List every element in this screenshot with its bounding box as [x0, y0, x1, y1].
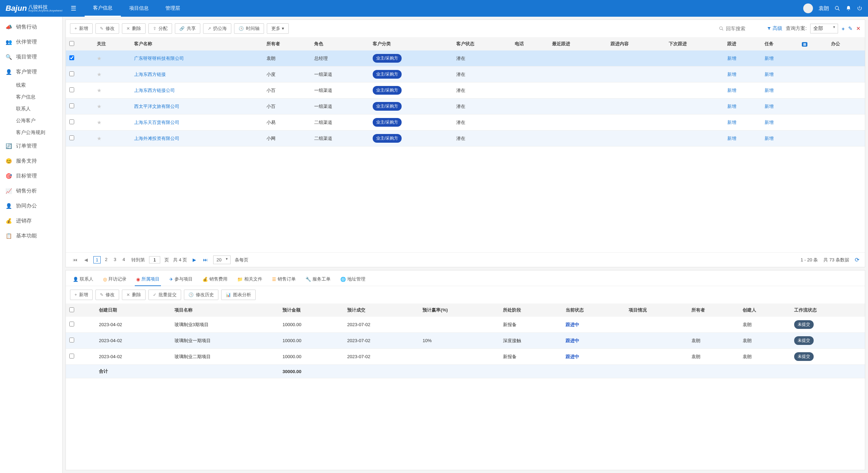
task-link[interactable]: 新增 [765, 88, 774, 93]
column-header[interactable]: 预计成交 [344, 303, 419, 317]
star-icon[interactable]: ★ [97, 135, 101, 141]
column-header[interactable]: 客户名称 [131, 37, 263, 50]
column-header[interactable]: 预计金额 [279, 303, 344, 317]
column-header[interactable]: 客户分类 [369, 37, 453, 50]
column-header[interactable]: 所处阶段 [499, 303, 562, 317]
sidebar-sub-item[interactable]: 客户公海规则 [0, 127, 62, 139]
sidebar-item[interactable]: 📋基本功能 [0, 228, 62, 243]
column-header[interactable]: 创建日期 [95, 303, 171, 317]
follow-link[interactable]: 新增 [727, 56, 736, 61]
toolbar-button[interactable]: 🕓时间轴 [234, 23, 264, 34]
column-header[interactable]: 办公 [828, 37, 865, 50]
column-header[interactable]: 所有者 [263, 37, 311, 50]
customer-name-link[interactable]: 上海东西方链接 [134, 72, 166, 77]
toolbar-button[interactable]: 📊图表分析 [221, 290, 256, 300]
column-header[interactable]: 最近跟进 [549, 37, 607, 50]
task-link[interactable]: 新增 [765, 104, 774, 109]
toolbar-button[interactable]: +新增 [70, 290, 93, 300]
customer-name-link[interactable]: 西太平洋文旅有限公司 [134, 104, 179, 109]
table-row[interactable]: 2023-04-02玻璃制业3期项目10000.002023-07-02新报备跟… [66, 317, 865, 333]
subtab[interactable]: ◉所属项目 [135, 274, 161, 286]
customer-name-link[interactable]: 广东呀呀呀科技有限公司 [134, 56, 184, 61]
subtab[interactable]: 🌐地址管理 [339, 274, 367, 286]
column-header[interactable]: ⊞ [798, 37, 828, 50]
subtab[interactable]: ◎拜访记录 [102, 274, 128, 286]
column-header[interactable]: 项目情况 [625, 303, 688, 317]
sidebar-sub-item[interactable]: 联系人 [0, 103, 62, 115]
toolbar-button[interactable]: 🕓修改历史 [184, 290, 218, 300]
prev-page-icon[interactable]: ◀ [83, 257, 89, 262]
table-row[interactable]: ★上海东西方链接小度一组渠道业主/采购方潜在新增新增 [66, 66, 865, 82]
select-all-checkbox[interactable] [69, 41, 74, 46]
row-checkbox[interactable] [69, 103, 74, 108]
follow-link[interactable]: 新增 [727, 72, 736, 77]
menu-toggle-icon[interactable]: ☰ [71, 5, 76, 12]
bell-icon[interactable] [846, 6, 851, 11]
column-header[interactable]: 跟进内容 [607, 37, 666, 50]
select-all-checkbox[interactable] [69, 307, 74, 312]
table-row[interactable]: 2023-04-02玻璃制业一期项目10000.002023-07-0210%深… [66, 333, 865, 349]
toolbar-button[interactable]: ✎修改 [95, 23, 119, 34]
column-header[interactable]: 所有者 [688, 303, 739, 317]
topnav-item[interactable]: 管理层 [157, 0, 188, 17]
toolbar-button[interactable]: 🔗共享 [175, 23, 200, 34]
page-number[interactable]: 3 [111, 256, 118, 263]
row-checkbox[interactable] [69, 55, 74, 60]
page-size-select[interactable]: 20 [213, 255, 231, 264]
column-header[interactable]: 角色 [311, 37, 369, 50]
column-header[interactable]: 预计赢率(%) [419, 303, 499, 317]
star-icon[interactable]: ★ [97, 71, 101, 77]
page-number[interactable]: 4 [121, 256, 127, 263]
column-header[interactable]: 项目名称 [171, 303, 279, 317]
topnav-item[interactable]: 项目信息 [121, 0, 157, 17]
advanced-filter-link[interactable]: 高级 [767, 25, 782, 32]
column-header[interactable]: 电话 [511, 37, 549, 50]
column-header[interactable] [66, 37, 93, 50]
column-header[interactable]: 下次跟进 [665, 37, 724, 50]
subtab[interactable]: 👤联系人 [71, 274, 95, 286]
table-row[interactable]: 2023-04-02玻璃制业二期项目10000.002023-07-02新报备跟… [66, 349, 865, 365]
star-icon[interactable]: ★ [97, 119, 101, 125]
toolbar-button[interactable]: ⇪分配 [148, 23, 172, 34]
column-header[interactable]: 创建人 [739, 303, 791, 317]
customer-name-link[interactable]: 上海外滩投资有限公司 [134, 136, 179, 141]
toolbar-button[interactable]: ↗扔公海 [203, 23, 231, 34]
avatar[interactable] [803, 3, 813, 13]
toolbar-button[interactable]: ✎修改 [95, 290, 119, 300]
delete-scheme-icon[interactable]: ✕ [856, 25, 861, 32]
star-icon[interactable]: ★ [97, 103, 101, 109]
column-header[interactable]: 跟进 [724, 37, 761, 50]
subtab[interactable]: ☰销售订单 [271, 274, 297, 286]
row-checkbox[interactable] [69, 338, 74, 342]
customer-name-link[interactable]: 上海东西方链接公司 [134, 88, 175, 93]
follow-link[interactable]: 新增 [727, 104, 736, 109]
sidebar-sub-item[interactable]: 公海客户 [0, 115, 62, 127]
power-icon[interactable] [857, 6, 862, 11]
next-page-icon[interactable]: ▶ [191, 257, 197, 262]
last-page-icon[interactable]: ⏭ [202, 257, 209, 262]
table-row[interactable]: ★广东呀呀呀科技有限公司袁朗总经理业主/采购方潜在新增新增 [66, 50, 865, 66]
column-header[interactable]: 关注 [93, 37, 131, 50]
subtab[interactable]: 💰销售费用 [201, 274, 229, 286]
subtab[interactable]: 🔧服务工单 [304, 274, 332, 286]
follow-link[interactable]: 新增 [727, 136, 736, 141]
row-checkbox[interactable] [69, 354, 74, 358]
follow-link[interactable]: 新增 [727, 120, 736, 125]
table-row[interactable]: ★西太平洋文旅有限公司小百一组渠道业主/采购方潜在新增新增 [66, 98, 865, 115]
customer-name-link[interactable]: 上海乐天百货有限公司 [134, 120, 179, 125]
toolbar-button[interactable]: ✕删除 [122, 290, 146, 300]
row-checkbox[interactable] [69, 135, 74, 140]
task-link[interactable]: 新增 [765, 120, 774, 125]
query-scheme-select[interactable]: 全部 [810, 24, 838, 33]
search-input[interactable] [726, 26, 761, 31]
row-checkbox[interactable] [69, 322, 74, 326]
page-number[interactable]: 2 [103, 256, 109, 263]
sidebar-item[interactable]: 🔍项目管理 [0, 49, 62, 64]
row-checkbox[interactable] [69, 119, 74, 124]
toolbar-button[interactable]: 更多 ▾ [267, 23, 289, 34]
column-header[interactable] [66, 303, 95, 317]
first-page-icon[interactable]: ⏮ [71, 257, 79, 262]
subtab[interactable]: 📁相关文件 [236, 274, 264, 286]
sidebar-item[interactable]: 👥伙伴管理 [0, 34, 62, 49]
add-scheme-icon[interactable]: + [842, 26, 845, 32]
